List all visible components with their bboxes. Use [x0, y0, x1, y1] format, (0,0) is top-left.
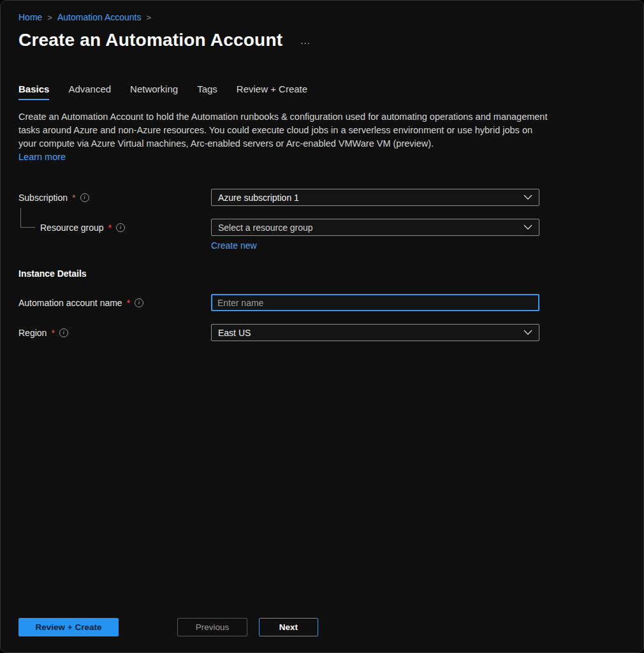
wizard-tabs: Basics Advanced Networking Tags Review +… [18, 84, 626, 100]
resource-group-label-text: Resource group [40, 223, 104, 233]
region-row: Region * i East US [18, 324, 626, 341]
required-marker: * [108, 223, 112, 233]
wizard-footer: Review + Create Previous Next [18, 618, 626, 637]
learn-more-link[interactable]: Learn more [18, 152, 66, 162]
subscription-label: Subscription * i [18, 189, 211, 206]
tab-networking[interactable]: Networking [130, 84, 178, 100]
info-icon[interactable]: i [59, 328, 68, 337]
account-name-label-text: Automation account name [18, 298, 122, 308]
account-name-row: Automation account name * i [18, 294, 626, 311]
chevron-down-icon [523, 224, 532, 230]
next-button[interactable]: Next [259, 618, 318, 636]
basics-form: Subscription * i Azure subscription 1 Re… [18, 189, 626, 341]
more-menu-icon[interactable]: ... [300, 35, 311, 46]
chevron-down-icon [523, 330, 532, 335]
required-marker: * [127, 298, 130, 308]
previous-button[interactable]: Previous [177, 618, 247, 636]
account-name-label: Automation account name * i [18, 294, 211, 311]
create-automation-account-page: Home > Automation Accounts > Create an A… [0, 0, 644, 653]
region-label: Region * i [18, 324, 211, 341]
breadcrumb: Home > Automation Accounts > [18, 12, 626, 22]
info-icon[interactable]: i [80, 193, 89, 202]
create-new-link[interactable]: Create new [211, 240, 257, 251]
subscription-label-text: Subscription [18, 193, 68, 203]
tab-advanced[interactable]: Advanced [68, 84, 111, 100]
title-row: Create an Automation Account ... [18, 30, 626, 50]
tab-review-create[interactable]: Review + Create [237, 84, 307, 100]
hierarchy-elbow-line [20, 208, 35, 228]
review-create-button[interactable]: Review + Create [18, 618, 119, 636]
tab-basics[interactable]: Basics [18, 84, 49, 100]
resource-group-control: Select a resource group Create new [211, 219, 539, 251]
required-marker: * [72, 193, 75, 203]
resource-group-dropdown[interactable]: Select a resource group [211, 219, 539, 236]
breadcrumb-home-link[interactable]: Home [18, 12, 42, 22]
resource-group-row: Resource group * i Select a resource gro… [18, 219, 626, 251]
region-dropdown[interactable]: East US [211, 324, 539, 341]
chevron-down-icon [523, 194, 532, 200]
breadcrumb-automation-accounts-link[interactable]: Automation Accounts [57, 12, 142, 22]
resource-group-selected-value: Select a resource group [218, 223, 313, 233]
region-selected-value: East US [218, 328, 251, 338]
tab-tags[interactable]: Tags [197, 84, 217, 100]
create-new-link-wrap: Create new [211, 240, 539, 251]
region-label-text: Region [18, 328, 47, 338]
instance-details-heading: Instance Details [18, 268, 626, 279]
account-name-input[interactable] [211, 294, 539, 311]
required-marker: * [51, 328, 54, 338]
info-icon[interactable]: i [116, 223, 125, 232]
subscription-selected-value: Azure subscription 1 [218, 193, 299, 203]
breadcrumb-separator-icon: > [146, 13, 151, 22]
resource-group-label: Resource group * i [18, 219, 211, 236]
page-title: Create an Automation Account [18, 30, 282, 50]
tab-description-text: Create an Automation Account to hold the… [18, 110, 550, 150]
subscription-row: Subscription * i Azure subscription 1 [18, 189, 626, 206]
info-icon[interactable]: i [135, 298, 143, 307]
subscription-dropdown[interactable]: Azure subscription 1 [211, 189, 539, 206]
breadcrumb-separator-icon: > [47, 13, 52, 22]
learn-more-link-wrap: Learn more [18, 152, 626, 162]
